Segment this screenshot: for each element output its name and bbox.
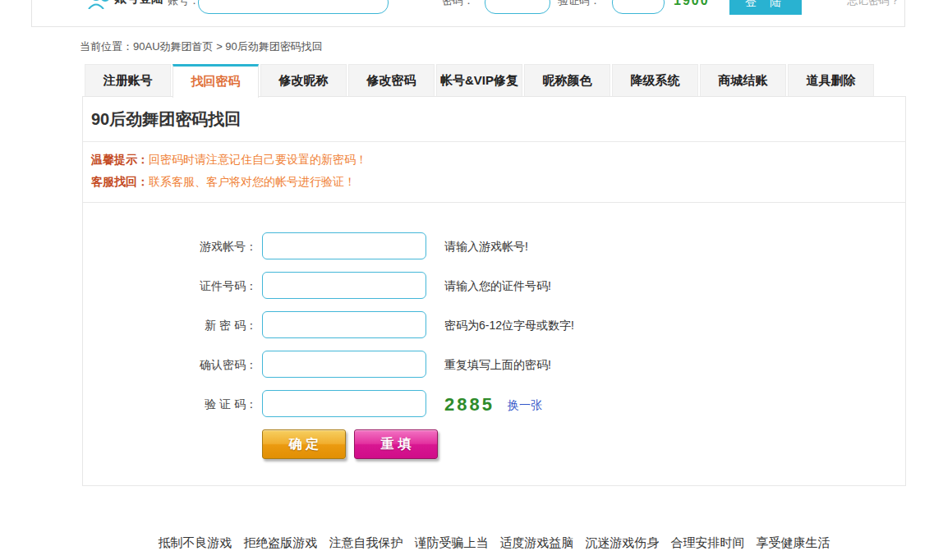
recover-password-form: 游戏帐号： 请输入游戏帐号! 证件号码： 请输入您的证件号码! 新 密 码： 密…	[82, 200, 906, 486]
confirm-password-hint: 重复填写上面的密码!	[444, 356, 551, 373]
confirm-password-label: 确认密码：	[132, 356, 257, 373]
tab-item-delete[interactable]: 道具删除	[788, 64, 874, 96]
breadcrumb-home-link[interactable]: 90AU劲舞团首页	[133, 40, 214, 53]
footer-link[interactable]: 抵制不良游戏	[159, 535, 232, 551]
tab-register-account[interactable]: 注册账号	[85, 64, 171, 96]
breadcrumb-separator: >	[214, 40, 226, 53]
id-number-input[interactable]	[262, 272, 426, 299]
captcha-value: 2885	[444, 394, 494, 415]
page-title: 90后劲舞团密码找回	[83, 97, 905, 142]
footer: 抵制不良游戏拒绝盗版游戏注意自我保护谨防受骗上当适度游戏益脑沉迷游戏伤身合理安排…	[82, 535, 906, 551]
captcha-code: 1900	[674, 0, 710, 8]
notice-line: 客服找回：联系客服、客户将对您的帐号进行验证！	[91, 171, 897, 193]
footer-link[interactable]: 适度游戏益脑	[500, 535, 574, 551]
footer-link[interactable]: 谨防受骗上当	[415, 535, 489, 551]
tab-mall-checkout[interactable]: 商城结账	[700, 64, 786, 96]
forgot-password-link[interactable]: 忘记密码？	[847, 0, 900, 8]
tab-account-vip-repair[interactable]: 帐号&VIP修复	[436, 64, 522, 96]
recover-panel-header: 90后劲舞团密码找回 温馨提示：回密码时请注意记住自己要设置的新密码！ 客服找回…	[82, 96, 906, 203]
login-bar: 账号登陆 账号： 密码： 验证码： 1900 登 陆 忘记密码？	[31, 0, 905, 27]
game-account-label: 游戏帐号：	[132, 238, 257, 255]
password-label: 密码：	[442, 0, 474, 8]
id-number-label: 证件号码：	[132, 278, 257, 294]
game-account-hint: 请输入游戏帐号!	[444, 238, 528, 255]
captcha-input[interactable]	[612, 0, 665, 14]
captcha-label: 验证码：	[558, 0, 600, 8]
footer-link[interactable]: 拒绝盗版游戏	[244, 535, 318, 551]
account-label: 账号：	[168, 0, 200, 8]
new-password-hint: 密码为6-12位字母或数字!	[444, 317, 574, 333]
user-icon	[88, 0, 113, 12]
footer-link[interactable]: 合理安排时间	[671, 535, 745, 551]
footer-link[interactable]: 注意自我保护	[329, 535, 403, 551]
tab-bar: 注册账号 找回密码 修改昵称 修改密码 帐号&VIP修复 昵称颜色 降级系统 商…	[85, 64, 874, 98]
login-button[interactable]: 登 陆	[729, 0, 802, 15]
tab-change-password[interactable]: 修改密码	[348, 64, 435, 96]
tab-recover-password[interactable]: 找回密码	[172, 64, 259, 98]
reset-button[interactable]: 重 填	[354, 429, 438, 459]
notice-prefix: 客服找回：	[91, 175, 149, 188]
captcha-refresh-link[interactable]: 换一张	[508, 398, 542, 413]
notice-text: 回密码时请注意记住自己要设置的新密码！	[149, 153, 367, 166]
tab-downgrade-system[interactable]: 降级系统	[612, 64, 698, 96]
footer-link[interactable]: 沉迷游戏伤身	[586, 535, 660, 551]
new-password-input[interactable]	[262, 311, 426, 338]
footer-link[interactable]: 享受健康生活	[757, 535, 830, 551]
login-bar-title: 账号登陆	[114, 0, 163, 7]
password-input[interactable]	[485, 0, 550, 14]
game-account-input[interactable]	[262, 232, 426, 259]
page: 账号登陆 账号： 密码： 验证码： 1900 登 陆 忘记密码？ 当前位置：90…	[0, 0, 943, 560]
account-input[interactable]	[198, 0, 389, 14]
breadcrumb: 当前位置：90AU劲舞团首页 > 90后劲舞团密码找回	[80, 39, 323, 54]
tab-nickname-color[interactable]: 昵称颜色	[524, 64, 610, 96]
submit-button[interactable]: 确 定	[262, 429, 346, 459]
confirm-password-input[interactable]	[262, 351, 426, 378]
tab-change-nickname[interactable]: 修改昵称	[260, 64, 347, 96]
notices: 温馨提示：回密码时请注意记住自己要设置的新密码！ 客服找回：联系客服、客户将对您…	[83, 142, 905, 202]
breadcrumb-current: 90后劲舞团密码找回	[225, 40, 322, 53]
verify-code-input[interactable]	[262, 390, 426, 417]
notice-text: 联系客服、客户将对您的帐号进行验证！	[149, 175, 356, 188]
notice-prefix: 温馨提示：	[91, 153, 149, 166]
id-number-hint: 请输入您的证件号码!	[444, 278, 551, 294]
verify-code-label: 验 证 码：	[132, 396, 257, 412]
breadcrumb-prefix: 当前位置：	[80, 40, 133, 53]
notice-line: 温馨提示：回密码时请注意记住自己要设置的新密码！	[91, 149, 897, 171]
new-password-label: 新 密 码：	[132, 317, 257, 333]
